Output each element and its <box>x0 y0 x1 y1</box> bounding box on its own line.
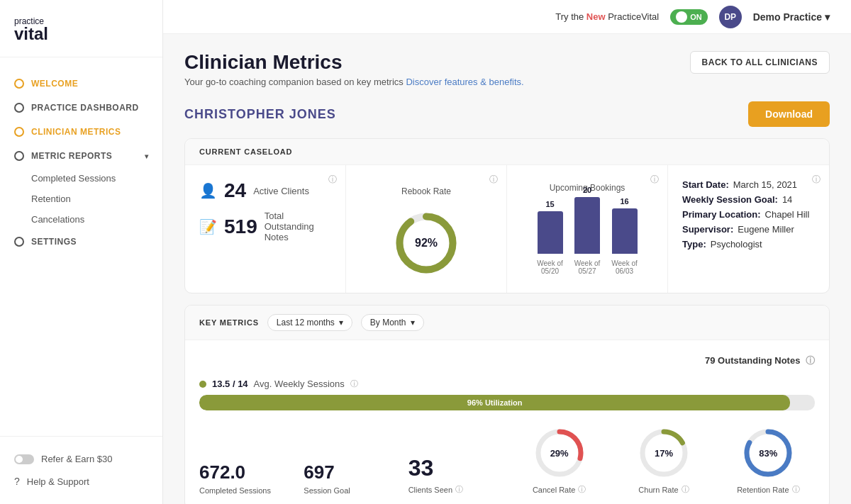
user-icon: 👤 <box>199 182 217 199</box>
retention-rate-col: 83% Retention Rate ⓘ <box>722 425 815 495</box>
rebook-rate-cell: ⓘ Rebook Rate 92% <box>346 165 507 293</box>
weekly-goal-key: Weekly Session Goal: <box>682 194 778 205</box>
info-icon-clients[interactable]: ⓘ <box>328 174 337 186</box>
weekly-goal-row: Weekly Session Goal: 14 <box>682 194 815 205</box>
key-metrics-title: KEY METRICS <box>199 318 259 327</box>
info-icon-avg[interactable]: ⓘ <box>350 379 358 389</box>
notes-label-text: Total Outstanding Notes <box>265 211 314 242</box>
rebook-rate-value: 92% <box>415 237 438 250</box>
active-clients-cell: ⓘ 👤 24 Active Clients 📝 519 Total Outsta… <box>185 165 346 293</box>
clinician-name: CHRISTOPHER JONES <box>184 107 336 122</box>
page-header: Clinician Metrics Your go-to coaching co… <box>184 51 830 87</box>
bar-val-1: 15 <box>545 200 554 208</box>
sidebar-item-clinician-metrics[interactable]: CLINICIAN METRICS <box>0 120 162 144</box>
group-filter-label: By Month <box>370 318 406 327</box>
active-clients-label: Active Clients <box>253 186 309 196</box>
rebook-donut: 92% <box>391 208 462 279</box>
sidebar-item-cancelations[interactable]: Cancelations <box>31 209 162 230</box>
notes-icon: 📝 <box>199 218 217 235</box>
info-icon-retention[interactable]: ⓘ <box>792 484 800 495</box>
sidebar: practice vital WELCOME PRACTICE DASHBOAR… <box>0 0 163 504</box>
info-icon-clients-seen[interactable]: ⓘ <box>455 484 463 495</box>
sidebar-item-welcome[interactable]: WELCOME <box>0 72 162 96</box>
refer-label: Refer & Earn $30 <box>41 454 112 464</box>
time-filter-dropdown[interactable]: Last 12 months ▾ <box>267 314 352 331</box>
sidebar-item-completed-sessions[interactable]: Completed Sessions <box>31 168 162 189</box>
avg-sessions-dot <box>199 381 206 388</box>
sidebar-item-metric-reports[interactable]: METRIC REPORTS ▾ <box>0 144 162 168</box>
weekly-goal-val: 14 <box>782 194 792 205</box>
active-clients-count: 24 <box>224 179 246 202</box>
bar-week-3: Week of06/03 <box>611 259 638 275</box>
clients-seen-val: 33 <box>408 455 501 481</box>
nav-circle-practice-dashboard <box>14 103 24 113</box>
clinician-info-grid: Start Date: March 15, 2021 Weekly Sessio… <box>682 179 815 250</box>
bar-rect-2 <box>574 197 600 254</box>
caseload-grid: ⓘ 👤 24 Active Clients 📝 519 Total Outsta… <box>185 165 829 293</box>
bar-val-3: 16 <box>620 197 628 206</box>
new-toggle[interactable]: ON <box>670 9 708 25</box>
type-key: Type: <box>682 239 706 250</box>
info-icon-bookings[interactable]: ⓘ <box>650 174 659 186</box>
bar-rect-1 <box>538 211 563 254</box>
rebook-donut-container: Rebook Rate 92% <box>360 179 492 279</box>
churn-rate-donut: 17% <box>635 425 692 481</box>
discover-link[interactable]: Discover features & benefits. <box>406 77 523 87</box>
info-icon-churn[interactable]: ⓘ <box>682 484 689 495</box>
sidebar-nav: WELCOME PRACTICE DASHBOARD CLINICIAN MET… <box>0 57 162 436</box>
avg-sessions-val: 13.5 / 14 <box>212 379 248 389</box>
sidebar-item-retention[interactable]: Retention <box>31 189 162 209</box>
help-icon: ? <box>14 476 20 487</box>
sidebar-item-metric-reports-label: METRIC REPORTS <box>31 151 112 161</box>
outstanding-notes-count-label: 79 Outstanding Notes <box>705 355 800 366</box>
sidebar-item-help[interactable]: ? Help & Support <box>14 470 148 493</box>
bar-week-1: Week of05/20 <box>537 259 563 275</box>
sidebar-item-practice-dashboard[interactable]: PRACTICE DASHBOARD <box>0 96 162 120</box>
clinician-header: CHRISTOPHER JONES Download <box>184 101 830 127</box>
completed-sessions-stat: 672.0 Completed Sessions <box>199 461 292 495</box>
start-date-row: Start Date: March 15, 2021 <box>682 179 815 190</box>
key-metrics-body: 79 Outstanding Notes ⓘ 13.5 / 14 Avg. We… <box>185 340 829 504</box>
toggle-state: ON <box>690 13 702 21</box>
back-to-clinicians-button[interactable]: BACK TO ALL CLINICIANS <box>690 51 830 74</box>
current-caseload-card: CURRENT CASELOAD ⓘ 👤 24 Active Clients 📝… <box>184 138 830 293</box>
supervisor-key: Supervisor: <box>682 224 733 235</box>
outstanding-notes-banner: 79 Outstanding Notes ⓘ <box>199 354 815 367</box>
metrics-bottom-grid: 672.0 Completed Sessions 697 Session Goa… <box>199 425 815 495</box>
bar-rect-3 <box>612 208 638 254</box>
practice-name-dropdown[interactable]: Demo Practice ▾ <box>753 11 830 23</box>
main-content: Try the New PracticeVital ON DP Demo Pra… <box>163 0 851 504</box>
logo: practice vital <box>0 0 162 57</box>
try-text: Try the <box>555 11 584 22</box>
logo-vital: vital <box>14 26 148 43</box>
outstanding-notes-count: 519 <box>224 215 257 238</box>
nav-circle-metric-reports <box>14 151 24 161</box>
sidebar-item-welcome-label: WELCOME <box>31 79 78 89</box>
cancel-rate-label: Cancel Rate ⓘ <box>533 484 586 495</box>
info-icon-outstanding[interactable]: ⓘ <box>806 355 815 366</box>
churn-rate-value: 17% <box>655 448 673 459</box>
info-icon-clinician[interactable]: ⓘ <box>812 174 821 186</box>
rebook-rate-label: Rebook Rate <box>401 186 451 196</box>
sidebar-item-refer[interactable]: Refer & Earn $30 <box>14 448 148 470</box>
practice-dropdown-icon: ▾ <box>825 11 830 23</box>
location-row: Primary Location: Chapel Hill <box>682 209 815 220</box>
bookings-chart: Upcoming Bookings 15 Week of05/20 20 Wee… <box>521 179 653 279</box>
info-icon-cancel[interactable]: ⓘ <box>578 484 586 495</box>
info-icon-rebook[interactable]: ⓘ <box>489 174 498 186</box>
bar-col-2: 20 Week of05/27 <box>574 186 601 275</box>
bar-val-2: 20 <box>583 186 591 194</box>
metric-reports-subnav: Completed Sessions Retention Cancelation… <box>0 168 162 230</box>
bar-col-1: 15 Week of05/20 <box>537 200 563 275</box>
app-name: PracticeVital <box>608 11 659 22</box>
churn-rate-label: Churn Rate ⓘ <box>638 484 689 495</box>
group-filter-dropdown[interactable]: By Month ▾ <box>361 314 424 331</box>
location-key: Primary Location: <box>682 209 761 220</box>
download-button[interactable]: Download <box>748 101 830 127</box>
sidebar-item-clinician-metrics-label: CLINICIAN METRICS <box>31 127 121 137</box>
cancel-rate-donut: 29% <box>531 425 588 481</box>
sidebar-item-settings[interactable]: SETTINGS <box>0 230 162 254</box>
active-clients-row: 👤 24 Active Clients <box>199 179 331 202</box>
toggle-knob <box>676 11 687 23</box>
clients-seen-label: Clients Seen ⓘ <box>408 484 501 495</box>
